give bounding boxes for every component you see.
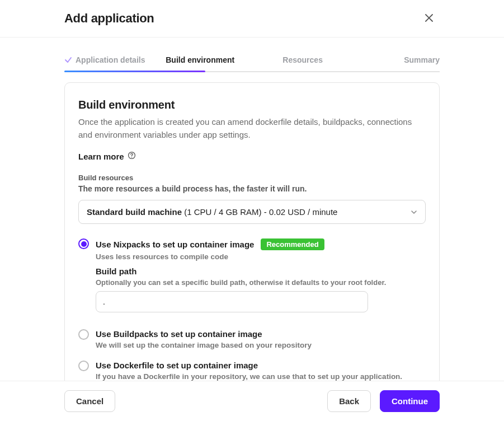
svg-point-1 — [131, 157, 132, 158]
select-value: Standard build machine (1 CPU / 4 GB RAM… — [87, 207, 337, 217]
stepper: Application details Build environment Re… — [64, 52, 440, 72]
step-summary[interactable]: Summary — [348, 52, 440, 71]
radio-dot — [81, 241, 87, 247]
option-title: Use Buildpacks to set up container image — [96, 329, 262, 339]
build-resources-hint: The more resources a build process has, … — [78, 184, 426, 193]
cancel-button[interactable]: Cancel — [64, 390, 115, 412]
step-label: Build environment — [166, 55, 234, 64]
option-nixpacks: Use Nixpacks to set up container image R… — [78, 238, 426, 324]
option-dockerfile: Use Dockerfile to set up container image… — [78, 361, 426, 381]
check-icon — [64, 56, 72, 64]
section-title: Build environment — [78, 99, 426, 111]
page-title: Add application — [64, 11, 154, 26]
select-value-rest: (1 CPU / 4 GB RAM) - 0.02 USD / minute — [182, 207, 337, 217]
step-label: Resources — [282, 55, 323, 64]
build-path-input[interactable] — [96, 291, 368, 312]
option-title: Use Dockerfile to set up container image — [96, 361, 258, 370]
dialog-header: Add application — [0, 0, 504, 38]
step-application-details[interactable]: Application details — [64, 52, 156, 71]
build-resources-label: Build resources — [78, 174, 426, 182]
radio-dockerfile[interactable] — [78, 361, 89, 371]
option-buildpacks: Use Buildpacks to set up container image… — [78, 329, 426, 355]
close-icon — [425, 14, 433, 24]
learn-more-text: Learn more — [78, 152, 124, 161]
option-sub: If you have a Dockerfile in your reposit… — [96, 372, 426, 381]
footer: Cancel Back Continue — [0, 381, 504, 421]
option-title: Use Nixpacks to set up container image — [96, 240, 254, 249]
step-label: Summary — [404, 55, 440, 64]
back-button[interactable]: Back — [327, 390, 371, 412]
build-machine-select[interactable]: Standard build machine (1 CPU / 4 GB RAM… — [78, 200, 426, 224]
option-sub: We will set up the container image based… — [96, 341, 426, 349]
step-build-environment[interactable]: Build environment — [156, 52, 257, 71]
continue-button[interactable]: Continue — [380, 390, 440, 412]
chevron-down-icon — [411, 209, 417, 216]
build-path-label: Build path — [96, 266, 426, 276]
build-path-group: Build path Optionally you can set a spec… — [96, 266, 426, 312]
content: Application details Build environment Re… — [0, 38, 504, 397]
stepper-progress — [64, 71, 205, 72]
help-icon — [128, 151, 136, 161]
step-resources[interactable]: Resources — [257, 52, 348, 71]
radio-buildpacks[interactable] — [78, 329, 89, 340]
select-value-strong: Standard build machine — [87, 207, 182, 217]
step-label: Application details — [76, 55, 145, 64]
radio-nixpacks[interactable] — [78, 238, 89, 249]
build-environment-card: Build environment Once the application i… — [64, 82, 440, 397]
footer-right: Back Continue — [327, 390, 440, 412]
close-button[interactable] — [423, 12, 435, 26]
section-description: Once the application is created you can … — [78, 116, 426, 141]
recommended-badge: Recommended — [261, 238, 324, 250]
option-sub: Uses less resources to compile code — [96, 252, 426, 261]
build-path-desc: Optionally you can set a specific build … — [96, 278, 426, 287]
learn-more-link[interactable]: Learn more — [78, 151, 136, 161]
